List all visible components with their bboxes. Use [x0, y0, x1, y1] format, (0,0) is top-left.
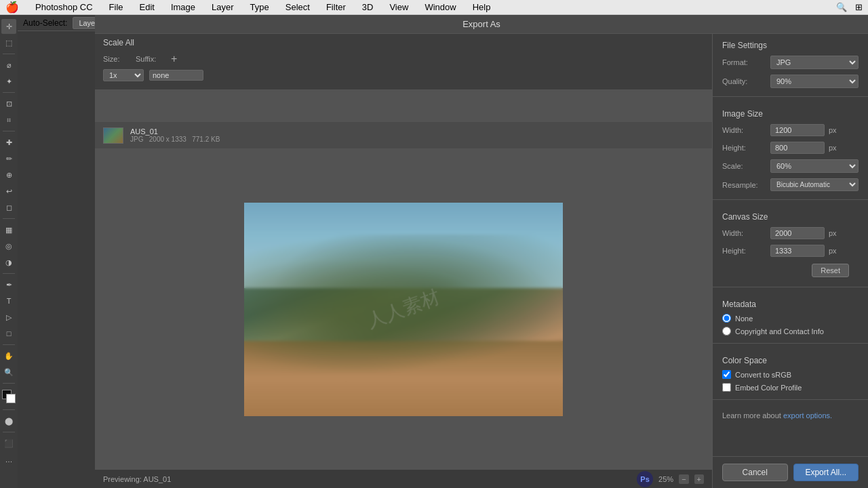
convert-srgb-checkbox[interactable]	[722, 370, 731, 379]
scale-values-row: 1x 2x 3x	[103, 69, 704, 81]
menu-type[interactable]: Type	[248, 2, 272, 12]
convert-srgb-row: Convert to sRGB	[713, 368, 868, 381]
file-list-item[interactable]: AUS_01 JPG 2000 x 1333 771.2 KB	[95, 122, 712, 149]
color-picker[interactable]	[2, 390, 16, 403]
menu-filter[interactable]: Filter	[323, 2, 349, 12]
apple-menu[interactable]: 🍎	[5, 1, 19, 14]
menu-3d[interactable]: 3D	[359, 2, 376, 12]
menu-layer[interactable]: Layer	[209, 2, 237, 12]
divider-3	[713, 287, 868, 287]
zoom-out-button[interactable]: −	[679, 474, 688, 484]
height-row: Height: px	[713, 139, 868, 157]
file-name: AUS_01	[130, 127, 704, 136]
blur-tool[interactable]: ◎	[1, 239, 16, 253]
blur-overlay	[244, 203, 563, 416]
reset-button[interactable]: Reset	[812, 264, 849, 277]
menu-window[interactable]: Window	[422, 2, 458, 12]
canvas-width-label: Width:	[722, 229, 766, 237]
selection-tool[interactable]: ⬚	[1, 35, 16, 50]
height-unit: px	[829, 144, 841, 152]
canvas-width-input[interactable]	[770, 227, 825, 239]
add-scale-button[interactable]: +	[168, 53, 180, 65]
file-settings-header: File Settings	[713, 34, 868, 53]
preview-area: Scale All Size: Suffix: + 1x 2x 3x	[95, 34, 712, 488]
quality-select[interactable]: 90% 80% 100%	[770, 75, 859, 88]
metadata-copyright-radio[interactable]	[722, 327, 731, 336]
healing-tool[interactable]: ✚	[1, 135, 16, 150]
height-input[interactable]	[770, 142, 825, 154]
dialog-title: Export As	[462, 19, 500, 29]
history-brush-tool[interactable]: ↩	[1, 184, 16, 199]
status-controls: Ps 25% − +	[637, 471, 704, 487]
quick-mask-tool[interactable]: ⬤	[1, 413, 16, 428]
menu-help[interactable]: Help	[470, 2, 494, 12]
thumb-image	[104, 128, 123, 143]
resample-select[interactable]: Bicubic Automatic Bicubic Smoother Bicub…	[770, 178, 859, 191]
magic-wand-tool[interactable]: ✦	[1, 74, 16, 89]
image-canvas: 人人素材	[244, 203, 563, 416]
export-options-link[interactable]: export options.	[783, 411, 832, 420]
file-thumbnail	[103, 127, 123, 144]
status-bar: Previewing: AUS_01 Ps 25% − +	[95, 469, 712, 488]
menu-select[interactable]: Select	[283, 2, 313, 12]
screen-mode-tool[interactable]: ⬛	[1, 436, 16, 451]
metadata-none-label: None	[735, 314, 753, 323]
width-input[interactable]	[770, 124, 825, 136]
search-icon[interactable]: 🔍	[836, 2, 847, 12]
file-type: JPG	[130, 136, 143, 143]
brush-tool[interactable]: ✏	[1, 151, 16, 166]
dodge-tool[interactable]: ◑	[1, 255, 16, 270]
format-select[interactable]: JPG PNG GIF SVG WebP	[770, 56, 859, 69]
eraser-tool[interactable]: ◻	[1, 200, 16, 215]
format-row: Format: JPG PNG GIF SVG WebP	[713, 53, 868, 72]
menu-edit[interactable]: Edit	[137, 2, 157, 12]
scale-select-2[interactable]: 60% 100% 50%	[770, 159, 859, 173]
suffix-input[interactable]	[149, 70, 203, 81]
image-size-header: Image Size	[713, 102, 868, 121]
stamp-tool[interactable]: ⊕	[1, 167, 16, 182]
zoom-tool[interactable]: 🔍	[1, 365, 16, 380]
menu-file[interactable]: File	[106, 2, 126, 12]
menu-image[interactable]: Image	[168, 2, 198, 12]
export-all-button[interactable]: Export All...	[793, 464, 859, 481]
lasso-tool[interactable]: ⌀	[1, 58, 16, 73]
export-dialog: Export As Scale All Size: Suffix: + 1x 2…	[95, 15, 868, 488]
crop-tool[interactable]: ⊡	[1, 96, 16, 111]
eyedropper-tool[interactable]: ⌗	[1, 113, 16, 127]
scale-row: Size: Suffix: +	[103, 53, 704, 65]
panels-icon[interactable]: ⊞	[855, 2, 863, 12]
metadata-copyright-row: Copyright and Contact Info	[713, 325, 868, 338]
canvas-height-label: Height:	[722, 247, 766, 255]
size-select[interactable]: 1x 2x 3x	[103, 69, 144, 81]
embed-profile-checkbox[interactable]	[722, 383, 731, 392]
hand-tool[interactable]: ✋	[1, 348, 16, 363]
canvas-width-row: Width: px	[713, 224, 868, 242]
path-tool[interactable]: ▷	[1, 310, 16, 325]
background-color[interactable]	[6, 394, 16, 403]
auto-select-label: Auto-Select:	[23, 18, 67, 28]
menu-photoshop[interactable]: Photoshop CC	[33, 2, 96, 12]
dialog-body: Scale All Size: Suffix: + 1x 2x 3x	[95, 34, 868, 488]
metadata-none-radio[interactable]	[722, 314, 731, 323]
zoom-in-button[interactable]: +	[694, 474, 704, 484]
menu-view[interactable]: View	[387, 2, 411, 12]
height-label: Height:	[722, 144, 766, 152]
pen-tool[interactable]: ✒	[1, 277, 16, 292]
gradient-tool[interactable]: ▦	[1, 222, 16, 237]
extra-tools[interactable]: …	[1, 452, 16, 467]
canvas-preview-area: 人人素材	[95, 149, 712, 469]
canvas-image: 人人素材	[244, 203, 563, 416]
file-meta: JPG 2000 x 1333 771.2 KB	[130, 136, 704, 143]
text-tool[interactable]: T	[1, 293, 16, 308]
cancel-button[interactable]: Cancel	[722, 464, 788, 481]
file-info: AUS_01 JPG 2000 x 1333 771.2 KB	[130, 127, 704, 143]
quality-label: Quality:	[722, 77, 766, 85]
embed-profile-label: Embed Color Profile	[735, 384, 802, 392]
shape-tool[interactable]: □	[1, 326, 16, 341]
resample-label: Resample:	[722, 181, 766, 189]
menubar: 🍎 Photoshop CC File Edit Image Layer Typ…	[0, 0, 868, 15]
width-row: Width: px	[713, 121, 868, 139]
canvas-height-input[interactable]	[770, 245, 825, 257]
move-tool[interactable]: ✛	[1, 19, 16, 34]
file-size: 771.2 KB	[192, 136, 220, 143]
